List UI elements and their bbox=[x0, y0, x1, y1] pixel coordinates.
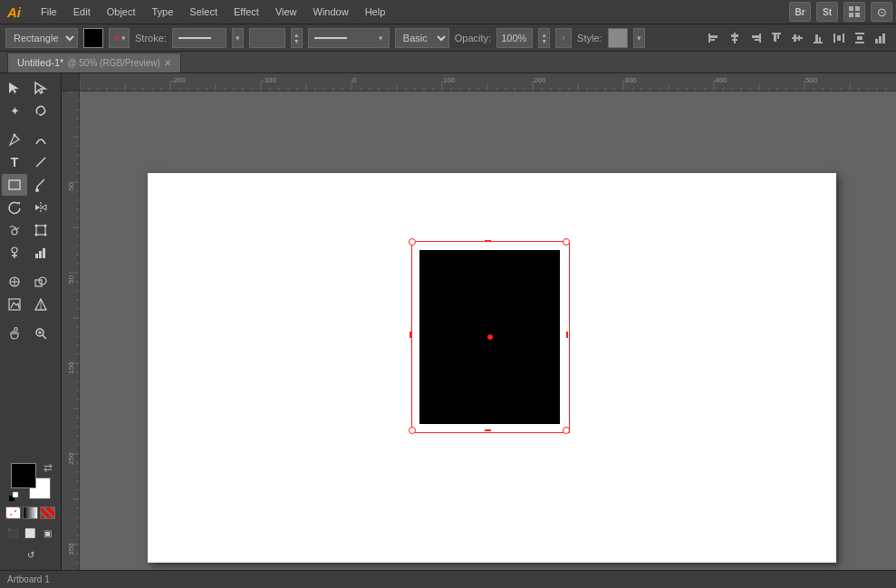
type-tool-btn[interactable]: T bbox=[2, 151, 27, 173]
svg-rect-36 bbox=[9, 180, 20, 189]
mesh-tool-btn[interactable] bbox=[2, 271, 27, 293]
document-tab[interactable]: Untitled-1* @ 50% (RGB/Preview) ✕ bbox=[7, 53, 181, 72]
free-transform-tool-btn[interactable] bbox=[28, 219, 53, 241]
svg-rect-31 bbox=[882, 34, 885, 43]
align-center-h-btn[interactable] bbox=[725, 28, 745, 48]
paint-bucket-tools-row bbox=[2, 294, 59, 315]
none-swatch[interactable] bbox=[5, 506, 21, 519]
menu-file[interactable]: File bbox=[34, 5, 64, 19]
svg-rect-50 bbox=[39, 251, 42, 258]
svg-rect-25 bbox=[837, 35, 841, 41]
svg-marker-4 bbox=[114, 36, 120, 41]
align-left-btn[interactable] bbox=[704, 28, 724, 48]
reflect-tool-btn[interactable] bbox=[28, 197, 53, 218]
screen-mode-btn[interactable]: ⬛ bbox=[5, 525, 20, 541]
symbol-sprayer-btn[interactable] bbox=[2, 242, 27, 264]
paintbrush-tool-btn[interactable] bbox=[28, 174, 53, 196]
distribute-h-btn[interactable] bbox=[829, 28, 849, 48]
stroke-preset-select[interactable]: Basic bbox=[395, 28, 449, 48]
rectangle-object[interactable] bbox=[419, 250, 560, 424]
warp-tool-btn[interactable] bbox=[2, 219, 27, 241]
fg-bg-swatches: ⇄ bbox=[11, 463, 51, 499]
direct-selection-tool-btn[interactable] bbox=[28, 77, 53, 99]
stock-icon-btn[interactable]: St bbox=[816, 2, 838, 22]
svg-rect-6 bbox=[710, 35, 718, 38]
selection-tool-btn[interactable] bbox=[2, 77, 27, 99]
tab-close-btn[interactable]: ✕ bbox=[164, 58, 171, 68]
mini-swatches-row bbox=[5, 506, 55, 519]
svg-marker-33 bbox=[35, 82, 45, 93]
image-trace-btn[interactable] bbox=[2, 294, 27, 315]
curvature-tool-btn[interactable] bbox=[28, 129, 53, 150]
swap-colors-btn[interactable]: ⇄ bbox=[42, 461, 54, 474]
perspective-grid-btn[interactable] bbox=[28, 294, 53, 315]
menu-select[interactable]: Select bbox=[182, 5, 225, 19]
menu-object[interactable]: Object bbox=[100, 5, 143, 19]
fill-dropdown-btn[interactable]: ▾ bbox=[109, 28, 130, 48]
stroke-indicator[interactable] bbox=[172, 28, 226, 48]
stroke-weight-arrows[interactable]: ▲ ▼ bbox=[291, 28, 303, 48]
hand-tool-btn[interactable] bbox=[2, 323, 27, 344]
menu-view[interactable]: View bbox=[268, 5, 304, 19]
gradient-swatch[interactable] bbox=[23, 506, 38, 519]
app-logo: Ai bbox=[4, 5, 24, 20]
default-colors-btn[interactable] bbox=[7, 490, 20, 503]
svg-point-48 bbox=[12, 247, 17, 253]
tool-name-select[interactable]: Rectangle bbox=[5, 28, 78, 48]
chart-icon-btn[interactable] bbox=[871, 28, 891, 48]
align-bottom-btn[interactable] bbox=[808, 28, 828, 48]
menu-help[interactable]: Help bbox=[358, 5, 393, 19]
canvas-area[interactable] bbox=[62, 73, 896, 570]
rotate-tool-btn[interactable] bbox=[2, 197, 27, 218]
align-center-v-btn[interactable] bbox=[787, 28, 807, 48]
tab-title: Untitled-1* bbox=[17, 57, 63, 68]
distribute-v-btn[interactable] bbox=[850, 28, 870, 48]
fill-swatch[interactable] bbox=[83, 28, 103, 48]
main-layout: ✦ T bbox=[0, 73, 896, 570]
opacity-label: Opacity: bbox=[455, 33, 491, 43]
foreground-color-swatch[interactable] bbox=[11, 463, 36, 488]
rotate-canvas-btn[interactable]: ↺ bbox=[23, 546, 39, 563]
full-screen-menu-btn[interactable]: ▣ bbox=[41, 525, 55, 541]
shape-builder-btn[interactable] bbox=[28, 271, 53, 293]
column-graph-btn[interactable] bbox=[28, 242, 53, 264]
grid-view-btn[interactable] bbox=[843, 2, 865, 22]
align-right-btn[interactable] bbox=[746, 28, 766, 48]
opacity-input[interactable] bbox=[496, 28, 533, 48]
svg-rect-8 bbox=[734, 33, 736, 43]
svg-marker-40 bbox=[35, 205, 40, 210]
svg-rect-30 bbox=[879, 36, 882, 43]
warp-tools-row bbox=[2, 219, 59, 241]
opacity-arrows[interactable]: ▲ ▼ bbox=[538, 28, 550, 48]
svg-rect-9 bbox=[731, 34, 738, 37]
menu-window[interactable]: Window bbox=[306, 5, 356, 19]
menubar-right: Br St ⊙ bbox=[789, 2, 892, 22]
zoom-tool-btn[interactable] bbox=[28, 323, 53, 344]
stroke-profile-selector[interactable]: ▾ bbox=[308, 28, 390, 48]
lasso-tool-btn[interactable] bbox=[28, 100, 53, 121]
stroke-dropdown-btn[interactable]: ▾ bbox=[232, 28, 244, 48]
rectangle-tool-btn[interactable] bbox=[2, 174, 27, 196]
svg-rect-1 bbox=[855, 6, 860, 11]
menu-type[interactable]: Type bbox=[145, 5, 181, 19]
magic-wand-tool-btn[interactable]: ✦ bbox=[2, 100, 27, 121]
type-tools-row: T bbox=[2, 151, 59, 173]
opacity-more-btn[interactable]: › bbox=[555, 28, 572, 48]
align-top-btn[interactable] bbox=[766, 28, 786, 48]
line-tool-btn[interactable] bbox=[28, 151, 53, 173]
full-screen-btn[interactable]: ⬜ bbox=[23, 525, 37, 541]
stroke-weight-input[interactable] bbox=[249, 28, 285, 48]
menu-edit[interactable]: Edit bbox=[66, 5, 98, 19]
menu-effect[interactable]: Effect bbox=[226, 5, 266, 19]
orbit-icon-btn[interactable]: ⊙ bbox=[871, 2, 892, 22]
bridge-icon-btn[interactable]: Br bbox=[789, 2, 811, 22]
svg-point-45 bbox=[44, 225, 47, 227]
pattern-swatch[interactable] bbox=[40, 506, 55, 519]
tab-bar: Untitled-1* @ 50% (RGB/Preview) ✕ bbox=[0, 52, 896, 73]
style-dropdown-btn[interactable]: ▾ bbox=[633, 28, 645, 48]
svg-rect-11 bbox=[759, 34, 761, 43]
style-swatch[interactable] bbox=[608, 28, 628, 48]
svg-rect-26 bbox=[855, 33, 864, 34]
pen-tool-btn[interactable] bbox=[2, 129, 27, 150]
status-text: Artboard 1 bbox=[7, 574, 50, 584]
